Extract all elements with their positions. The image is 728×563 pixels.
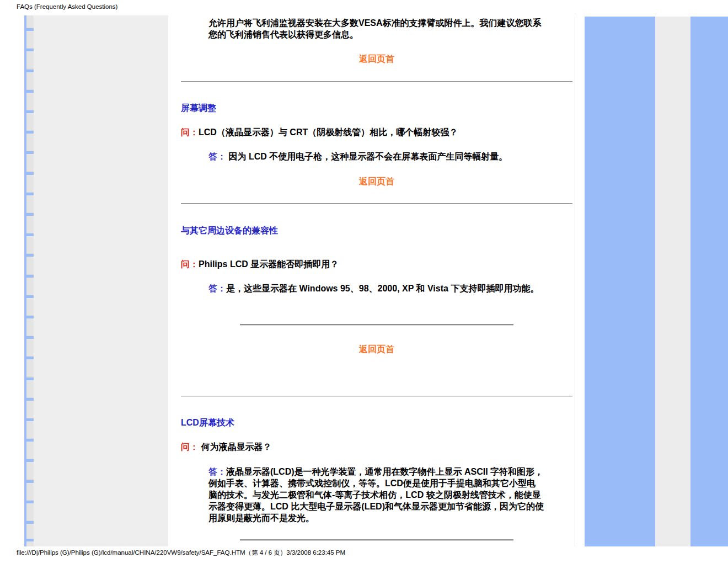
answer-row: 答： 因为 LCD 不使用电子枪，这种显示器不会在屏幕表面产生同等幅射量。 (181, 151, 572, 162)
nav-bullet-rail (24, 15, 34, 546)
question-prefix: 问： (181, 259, 199, 269)
answer-row: 答：是，这些显示器在 Windows 95、98、2000, XP 和 Vist… (181, 283, 572, 294)
answer-prefix: 答： (208, 467, 226, 476)
file-path-footer: file:///D|/Philips (G)/Philips (G)/lcd/m… (17, 549, 345, 557)
page-title: FAQs (Frequently Asked Questions) (17, 3, 117, 10)
question-prefix: 问： (181, 442, 199, 452)
question-row: 问：LCD（液晶显示器）与 CRT（阴极射线管）相比，哪个幅射较强？ (181, 126, 572, 138)
section-divider (181, 81, 572, 82)
question-row: 问： 何为液晶显示器？ (181, 441, 572, 453)
answer-text: 是，这些显示器在 Windows 95、98、2000, XP 和 Vista … (226, 284, 539, 293)
answer-prefix: 答： (208, 152, 226, 161)
back-to-top-link[interactable]: 返回页首 (181, 53, 572, 65)
right-decor-blue-column (690, 17, 728, 546)
answer-text: 因为 LCD 不使用电子枪，这种显示器不会在屏幕表面产生同等幅射量。 (226, 152, 507, 161)
intro-answer-paragraph: 允许用户将飞利浦监视器安装在大多数VESA标准的支撑臂或附件上。我们建议您联系您… (181, 17, 572, 40)
section-heading-lcd-technology[interactable]: LCD屏幕技术 (181, 417, 572, 428)
answer-divider (240, 539, 513, 541)
section-divider (181, 203, 572, 204)
answer-prefix: 答： (208, 284, 226, 293)
back-to-top-link[interactable]: 返回页首 (181, 176, 572, 187)
faq-page: FAQs (Frequently Asked Questions) 允许用户将飞… (0, 0, 728, 563)
main-content: 允许用户将飞利浦监视器安装在大多数VESA标准的支撑臂或附件上。我们建议您联系您… (181, 17, 572, 546)
section-divider (181, 396, 572, 397)
section-heading-screen-adjustment[interactable]: 屏幕调整 (181, 102, 572, 114)
question-text: LCD（液晶显示器）与 CRT（阴极射线管）相比，哪个幅射较强？ (199, 128, 458, 137)
question-prefix: 问： (181, 128, 199, 137)
section-heading-compatibility[interactable]: 与其它周边设备的兼容性 (181, 225, 572, 236)
right-decor-gray-column (655, 17, 690, 546)
question-text: 何为液晶显示器？ (199, 442, 271, 452)
question-row: 问：Philips LCD 显示器能否即插即用？ (181, 258, 572, 270)
back-to-top-link[interactable]: 返回页首 (181, 343, 572, 355)
content-frame-border (575, 17, 575, 546)
answer-row: 答：液晶显示器(LCD)是一种光学装置，通常用在数字物件上显示 ASCII 字符… (181, 466, 572, 524)
answer-text: 液晶显示器(LCD)是一种光学装置，通常用在数字物件上显示 ASCII 字符和图… (208, 467, 544, 523)
right-decor-blue-column (585, 17, 655, 546)
nav-sidebar-frame (24, 15, 168, 546)
question-text: Philips LCD 显示器能否即插即用？ (199, 259, 339, 269)
answer-divider (240, 324, 513, 326)
